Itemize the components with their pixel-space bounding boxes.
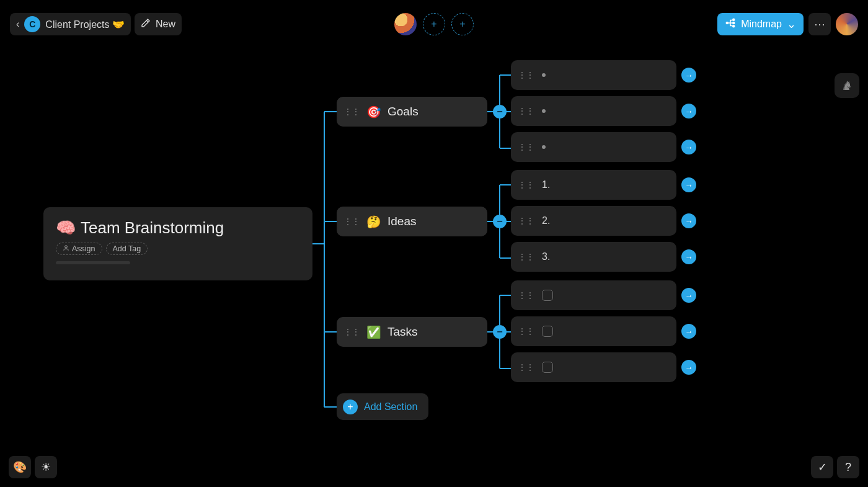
assign-chip[interactable]: Assign	[56, 243, 102, 255]
expand-idea-2-button[interactable]: →	[681, 213, 696, 228]
expand-task-2-button[interactable]: →	[681, 324, 696, 339]
root-node[interactable]: 🧠 Team Brainstorming Assign Add Tag	[43, 207, 312, 280]
collaborator-avatar[interactable]	[394, 13, 417, 35]
svg-point-4	[733, 25, 735, 27]
add-section-button[interactable]: + Add Section	[337, 393, 428, 420]
section-emoji: 🎯	[366, 105, 381, 119]
expand-goal-3-button[interactable]: →	[681, 140, 696, 154]
section-emoji: 🤔	[366, 215, 381, 229]
arrow-right-icon: →	[685, 217, 693, 226]
svg-point-0	[65, 246, 68, 248]
bullet-icon	[542, 109, 546, 113]
assistant-button[interactable]: ♞	[835, 73, 859, 98]
drag-handle-icon[interactable]: ⋮⋮	[518, 71, 534, 79]
section-tasks[interactable]: ⋮⋮ ✅ Tasks	[337, 317, 487, 347]
add-collaborator-button[interactable]: +	[423, 13, 445, 35]
root-title-row: 🧠 Team Brainstorming	[56, 218, 300, 238]
goal-item[interactable]: ⋮⋮	[511, 60, 676, 90]
arrow-right-icon: →	[685, 181, 693, 190]
add-collaborator-button[interactable]: +	[451, 13, 474, 35]
minus-icon: −	[497, 326, 502, 337]
arrow-right-icon: →	[685, 363, 693, 372]
task-item[interactable]: ⋮⋮	[511, 352, 676, 382]
palette-button[interactable]: 🎨	[9, 456, 31, 478]
drag-handle-icon[interactable]: ⋮⋮	[518, 363, 534, 372]
chevron-down-icon: ⌄	[787, 17, 796, 31]
goal-item[interactable]: ⋮⋮	[511, 132, 676, 162]
section-label: Tasks	[388, 325, 418, 339]
drag-handle-icon[interactable]: ⋮⋮	[344, 328, 360, 336]
more-menu-button[interactable]: ⋯	[808, 13, 831, 35]
checkbox[interactable]	[542, 326, 553, 337]
help-button[interactable]: ?	[837, 456, 859, 478]
help-icon: ?	[845, 461, 851, 474]
bullet-icon	[542, 73, 546, 77]
collapse-tasks-button[interactable]: −	[493, 325, 507, 339]
view-label: Mindmap	[741, 19, 782, 30]
svg-point-2	[733, 19, 735, 20]
idea-item[interactable]: ⋮⋮3.	[511, 242, 676, 272]
expand-idea-1-button[interactable]: →	[681, 177, 696, 192]
drag-handle-icon[interactable]: ⋮⋮	[518, 107, 534, 115]
root-emoji: 🧠	[56, 218, 76, 238]
root-title[interactable]: Team Brainstorming	[81, 218, 224, 238]
expand-goal-1-button[interactable]: →	[681, 68, 696, 83]
view-switcher-button[interactable]: Mindmap ⌄	[717, 13, 804, 35]
expand-idea-3-button[interactable]: →	[681, 249, 696, 264]
drag-handle-icon[interactable]: ⋮⋮	[518, 327, 534, 336]
drag-handle-icon[interactable]: ⋮⋮	[518, 217, 534, 225]
drag-handle-icon[interactable]: ⋮⋮	[518, 181, 534, 189]
knight-icon: ♞	[841, 78, 852, 93]
section-emoji: ✅	[366, 325, 381, 339]
goal-item[interactable]: ⋮⋮	[511, 96, 676, 126]
palette-icon: 🎨	[13, 460, 27, 474]
expand-task-3-button[interactable]: →	[681, 360, 696, 375]
ideas-children: ⋮⋮1. ⋮⋮2. ⋮⋮3.	[511, 170, 676, 272]
new-button[interactable]: New	[135, 13, 182, 35]
drag-handle-icon[interactable]: ⋮⋮	[518, 291, 534, 300]
drag-handle-icon[interactable]: ⋮⋮	[518, 252, 534, 261]
drag-handle-icon[interactable]: ⋮⋮	[344, 217, 360, 226]
section-goals[interactable]: ⋮⋮ 🎯 Goals	[337, 97, 487, 127]
theme-toggle-button[interactable]: ☀	[35, 456, 57, 478]
more-icon: ⋯	[814, 17, 825, 31]
expand-task-1-button[interactable]: →	[681, 288, 696, 303]
mindmap-icon	[725, 17, 736, 31]
workspace-badge: C	[24, 16, 40, 32]
add-section-label: Add Section	[364, 401, 417, 413]
goals-children: ⋮⋮ ⋮⋮ ⋮⋮	[511, 60, 676, 162]
collapse-ideas-button[interactable]: −	[493, 215, 507, 228]
drag-handle-icon[interactable]: ⋮⋮	[344, 107, 360, 116]
checkbox[interactable]	[542, 290, 553, 301]
back-chevron-icon: ‹	[16, 19, 19, 30]
plus-icon: +	[431, 19, 436, 30]
top-bar: ‹ C Client Projects 🤝 New + + Mindmap ⌄ …	[0, 9, 868, 40]
user-avatar[interactable]	[836, 13, 858, 35]
tasks-children: ⋮⋮ ⋮⋮ ⋮⋮	[511, 280, 676, 382]
check-icon: ✓	[818, 460, 827, 474]
minus-icon: −	[497, 106, 502, 117]
svg-point-3	[733, 22, 735, 24]
breadcrumb-label: Client Projects 🤝	[45, 19, 125, 30]
plus-icon: +	[459, 19, 465, 30]
mindmap-canvas[interactable]: 🧠 Team Brainstorming Assign Add Tag ⋮⋮ 🎯…	[0, 0, 868, 487]
arrow-right-icon: →	[685, 252, 693, 262]
breadcrumb-button[interactable]: ‹ C Client Projects 🤝	[10, 13, 131, 35]
done-button[interactable]: ✓	[811, 456, 833, 478]
arrow-right-icon: →	[685, 327, 693, 336]
idea-item[interactable]: ⋮⋮1.	[511, 170, 676, 200]
drag-handle-icon[interactable]: ⋮⋮	[518, 143, 534, 151]
expand-goal-2-button[interactable]: →	[681, 104, 696, 118]
collapse-goals-button[interactable]: −	[493, 105, 507, 118]
sun-icon: ☀	[41, 460, 51, 474]
minus-icon: −	[497, 216, 502, 227]
task-item[interactable]: ⋮⋮	[511, 316, 676, 346]
leaf-number: 3.	[542, 251, 550, 262]
checkbox[interactable]	[542, 362, 553, 373]
idea-item[interactable]: ⋮⋮2.	[511, 206, 676, 236]
section-ideas[interactable]: ⋮⋮ 🤔 Ideas	[337, 207, 487, 236]
progress-bar	[56, 261, 130, 264]
task-item[interactable]: ⋮⋮	[511, 280, 676, 310]
section-label: Goals	[388, 105, 418, 118]
add-tag-chip[interactable]: Add Tag	[106, 243, 148, 255]
